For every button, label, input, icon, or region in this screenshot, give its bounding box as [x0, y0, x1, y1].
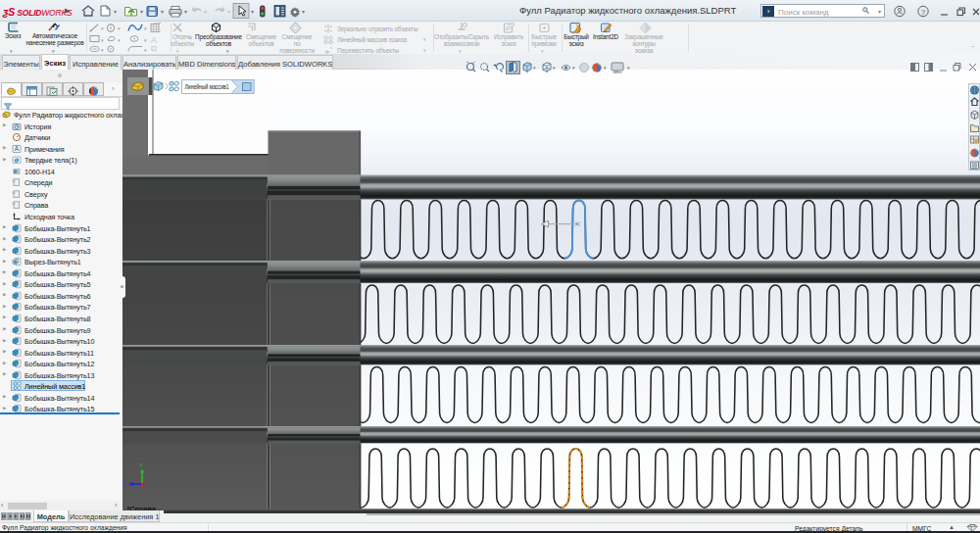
svg-text:▾: ▾ — [101, 25, 104, 31]
svg-text:▾: ▾ — [101, 47, 104, 53]
svg-text:?: ? — [921, 8, 926, 17]
svg-text:▾: ▾ — [627, 65, 630, 71]
svg-text:▾: ▾ — [533, 65, 536, 71]
svg-text:▾: ▾ — [140, 9, 143, 15]
svg-text:Линейный массив1: Линейный массив1 — [185, 83, 229, 90]
svg-text:A: A — [15, 145, 20, 152]
svg-text:▾: ▾ — [204, 9, 207, 15]
svg-text:▾: ▾ — [184, 9, 187, 15]
svg-text:▾: ▾ — [251, 9, 254, 15]
svg-text:▾: ▾ — [114, 9, 117, 15]
svg-text:▾: ▾ — [302, 9, 305, 15]
svg-text:Y: Y — [139, 462, 143, 468]
svg-text:▾: ▾ — [604, 65, 607, 71]
svg-text:▾: ▾ — [118, 37, 121, 43]
svg-text:▾: ▾ — [144, 47, 147, 53]
svg-text:▾: ▾ — [161, 9, 164, 15]
svg-text:▾: ▾ — [118, 25, 121, 31]
svg-text:▾: ▾ — [553, 65, 556, 71]
svg-text:▾: ▾ — [144, 37, 147, 43]
svg-text:▾: ▾ — [144, 25, 147, 31]
svg-text:A: A — [151, 35, 157, 45]
svg-text:▾: ▾ — [227, 9, 230, 15]
svg-text:▾: ▾ — [101, 37, 104, 43]
svg-text:▾: ▾ — [572, 65, 575, 71]
